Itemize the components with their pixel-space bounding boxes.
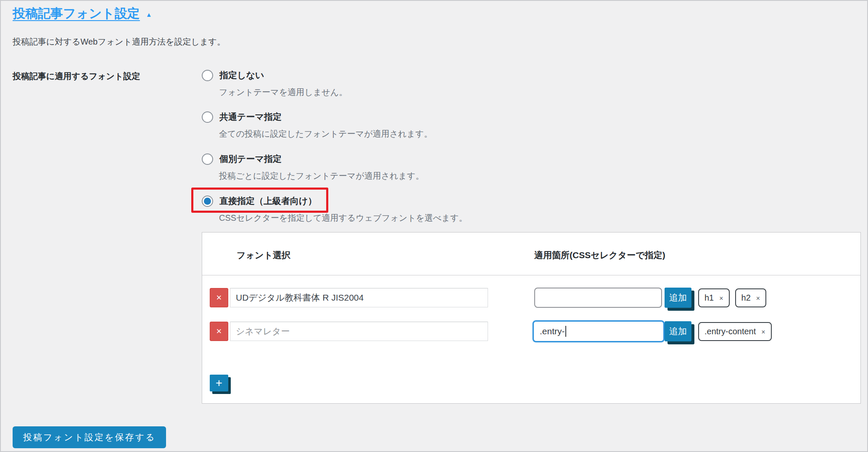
collapse-arrow-icon[interactable]: ▲ (146, 9, 152, 18)
table-row: × 追加 h1 × h2 × (202, 288, 860, 309)
radio-option-common-theme[interactable]: 共通テーマ指定 (202, 111, 282, 123)
table-header-row: フォント選択 適用箇所(CSSセレクターで指定) (202, 233, 860, 275)
radio-label: 指定しない (219, 69, 264, 81)
text-caret (565, 326, 566, 337)
radio-label: 直接指定（上級者向け） (219, 195, 317, 207)
font-name-input[interactable] (230, 288, 488, 307)
selector-tag: h1 × (698, 288, 730, 307)
selector-tag-list: .entry-content × (698, 322, 772, 341)
remove-tag-icon[interactable]: × (719, 294, 723, 302)
selector-input-value: .entry- (540, 326, 565, 336)
radio-icon[interactable] (202, 153, 213, 165)
font-name-input[interactable] (230, 322, 488, 341)
post-font-settings-page: { "page": { "title": "投稿記事フォント設定", "coll… (0, 0, 868, 452)
radio-icon[interactable] (202, 111, 213, 123)
delete-row-button[interactable]: × (210, 288, 228, 307)
radio-description: CSSセレクターを指定して適用するウェブフォントを選べます。 (219, 212, 467, 224)
table-row: × .entry- 追加 .entry-content × (202, 321, 860, 342)
radio-option-direct-css[interactable]: 直接指定（上級者向け） (202, 195, 317, 207)
selector-tag-label: h1 (704, 293, 714, 303)
selector-tag-label: .entry-content (704, 327, 756, 336)
section-header: 投稿記事フォント設定 ▲ (13, 5, 152, 22)
font-selector-table: フォント選択 適用箇所(CSSセレクターで指定) × 追加 h1 × h2 × … (202, 232, 861, 404)
selector-input-focused[interactable]: .entry- (533, 320, 665, 342)
selector-tag-list: h1 × h2 × (698, 288, 766, 307)
radio-description: 全ての投稿に設定したフォントテーマが適用されます。 (219, 128, 433, 140)
radio-option-no-font[interactable]: 指定しない (202, 69, 264, 81)
section-title-link[interactable]: 投稿記事フォント設定 (13, 5, 140, 22)
remove-tag-icon[interactable]: × (756, 294, 760, 302)
add-row-button[interactable]: + (210, 375, 228, 391)
radio-description: フォントテーマを適用しません。 (219, 87, 347, 98)
radio-option-individual-theme[interactable]: 個別テーマ指定 (202, 153, 282, 165)
selector-input[interactable] (534, 288, 662, 308)
font-setting-field-label: 投稿記事に適用するフォント設定 (13, 71, 140, 82)
remove-tag-icon[interactable]: × (761, 328, 765, 336)
radio-checked-icon[interactable] (202, 196, 213, 207)
selector-tag: h2 × (735, 288, 767, 307)
column-header-font: フォント選択 (237, 249, 290, 261)
selector-tag-label: h2 (741, 293, 751, 303)
add-selector-button[interactable]: 追加 (665, 288, 691, 308)
delete-row-button[interactable]: × (210, 322, 228, 341)
radio-icon[interactable] (202, 70, 213, 81)
radio-label: 個別テーマ指定 (219, 153, 282, 165)
selector-tag: .entry-content × (698, 322, 772, 341)
add-selector-button[interactable]: 追加 (665, 321, 691, 341)
radio-description: 投稿ごとに設定したフォントテーマが適用されます。 (219, 170, 424, 182)
section-description: 投稿記事に対するWebフォント適用方法を設定します。 (13, 36, 225, 48)
column-header-selector: 適用箇所(CSSセレクターで指定) (534, 249, 665, 261)
radio-label: 共通テーマ指定 (219, 111, 282, 123)
save-settings-button[interactable]: 投稿フォント設定を保存する (13, 426, 166, 448)
